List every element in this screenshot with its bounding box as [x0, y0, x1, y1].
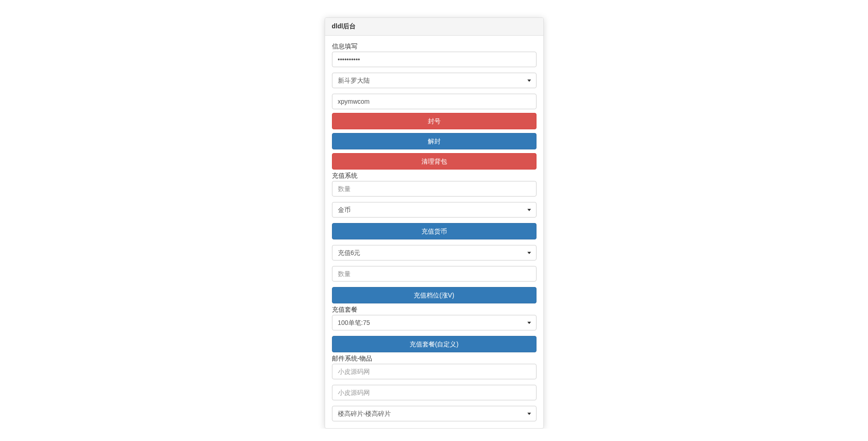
panel-body: 信息填写 新斗罗大陆 封号 解封 清理背包 充值系统 金币 充值货币 充值6元 …	[325, 36, 543, 428]
mail-field-2[interactable]	[332, 385, 537, 400]
section-label-mail: 邮件系统-物品	[332, 355, 537, 363]
package-select-value[interactable]: 100单笔:75	[332, 315, 537, 330]
unban-button[interactable]: 解封	[332, 133, 537, 149]
recharge-package-button[interactable]: 充值套餐(自定义)	[332, 336, 537, 352]
username-input[interactable]	[332, 94, 537, 109]
tier-select-value[interactable]: 充值6元	[332, 245, 537, 260]
currency-select[interactable]: 金币	[332, 202, 537, 218]
section-label-info: 信息填写	[332, 43, 537, 51]
recharge-tier-button[interactable]: 充值档位(涨V)	[332, 287, 537, 303]
tier-select[interactable]: 充值6元	[332, 245, 537, 260]
zone-select-value[interactable]: 新斗罗大陆	[332, 73, 537, 88]
mail-field-1[interactable]	[332, 364, 537, 379]
recharge-qty-input[interactable]	[332, 181, 537, 197]
currency-select-value[interactable]: 金币	[332, 202, 537, 218]
mail-item-select-value[interactable]: 楼高碎片-楼高碎片	[332, 406, 537, 421]
section-label-package: 充值套餐	[332, 306, 537, 314]
recharge-currency-button[interactable]: 充值货币	[332, 223, 537, 239]
tier-qty-input[interactable]	[332, 266, 537, 282]
admin-panel: dldl后台 信息填写 新斗罗大陆 封号 解封 清理背包 充值系统 金币 充值货…	[325, 17, 544, 429]
mail-item-select[interactable]: 楼高碎片-楼高碎片	[332, 406, 537, 421]
ban-button[interactable]: 封号	[332, 113, 537, 129]
zone-select[interactable]: 新斗罗大陆	[332, 73, 537, 88]
package-select[interactable]: 100单笔:75	[332, 315, 537, 330]
clear-bag-button[interactable]: 清理背包	[332, 153, 537, 170]
account-actions: 封号 解封 清理背包	[332, 113, 537, 170]
section-label-recharge: 充值系统	[332, 172, 537, 180]
panel-title: dldl后台	[325, 18, 543, 36]
password-input[interactable]	[332, 52, 537, 67]
